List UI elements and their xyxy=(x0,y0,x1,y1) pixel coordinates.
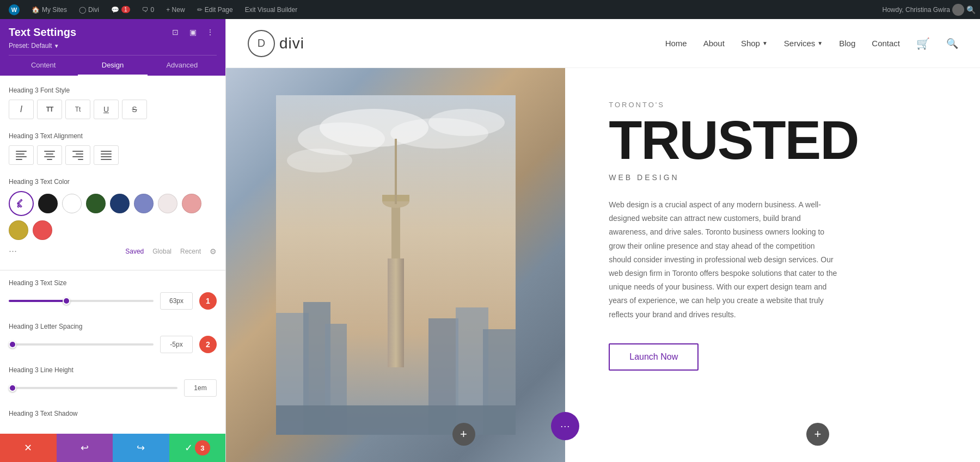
tab-advanced[interactable]: Advanced xyxy=(148,56,217,76)
color-swatch-white[interactable] xyxy=(62,194,82,213)
site-logo[interactable]: D divi xyxy=(248,30,304,57)
preset-row[interactable]: Preset: Default ▼ xyxy=(9,42,217,50)
hero-section: TORONTO'S TRUSTED WEB DESIGN Web design … xyxy=(226,68,980,462)
color-settings-icon[interactable]: ⚙ xyxy=(210,247,217,256)
nav-home[interactable]: Home xyxy=(665,39,687,48)
underline-btn[interactable]: U xyxy=(94,100,119,119)
nav-contact[interactable]: Contact xyxy=(872,39,900,48)
line-height-slider[interactable] xyxy=(9,387,177,389)
my-sites-btn[interactable]: 🏠 My Sites xyxy=(27,0,71,19)
text-size-label: Heading 3 Text Size xyxy=(9,279,217,287)
wp-logo-btn[interactable]: W xyxy=(4,0,24,19)
color-swatch-darkgreen[interactable] xyxy=(86,194,106,213)
color-swatch-pink[interactable] xyxy=(182,194,201,213)
logo-circle-icon: D xyxy=(248,30,275,57)
color-more-btn[interactable]: ··· xyxy=(9,245,17,257)
floating-dots-button[interactable]: ··· xyxy=(551,412,579,440)
italic-btn[interactable]: I xyxy=(9,100,34,119)
tab-content[interactable]: Content xyxy=(9,56,78,76)
redo-btn[interactable]: ↪ xyxy=(113,434,169,462)
capitalize-btn[interactable]: Tt xyxy=(65,100,90,119)
svg-rect-18 xyxy=(276,405,516,435)
align-left-btn[interactable] xyxy=(9,145,34,165)
sidebar-title-icons: ⊡ ▣ ⋮ xyxy=(169,26,217,39)
nav-shop[interactable]: Shop ▼ xyxy=(741,39,768,48)
line-height-thumb xyxy=(9,384,16,392)
undo-icon: ↩ xyxy=(81,442,89,454)
comment-icon: 💬 xyxy=(111,6,119,14)
color-swatch-gold[interactable] xyxy=(9,220,28,240)
comment2-icon: 🗨 xyxy=(142,6,149,14)
letter-spacing-group: Heading 3 Letter Spacing -5px 2 xyxy=(9,323,217,353)
color-swatch-red[interactable] xyxy=(33,220,52,240)
step-2-badge: 2 xyxy=(199,336,217,353)
divi-btn[interactable]: ◯ Divi xyxy=(75,0,103,19)
letter-spacing-slider[interactable] xyxy=(9,343,154,346)
home-icon: 🏠 xyxy=(32,6,40,14)
nav-services[interactable]: Services ▼ xyxy=(784,39,823,48)
comment2-btn[interactable]: 🗨 0 xyxy=(138,0,159,19)
eyedropper-btn[interactable] xyxy=(9,191,34,216)
launch-now-button[interactable]: Launch Now xyxy=(609,343,699,371)
plus-left-icon: + xyxy=(460,427,467,441)
line-height-label: Heading 3 Line Height xyxy=(9,366,217,374)
divi-icon: ◯ xyxy=(79,6,86,14)
sidebar-content: Heading 3 Font Style I TT Tt U S Heading… xyxy=(0,76,225,434)
floating-plus-right-button[interactable]: + xyxy=(806,423,829,446)
text-color-label: Heading 3 Text Color xyxy=(9,178,217,186)
color-swatch-lavender[interactable] xyxy=(134,194,154,213)
search-icon[interactable]: 🔍 xyxy=(946,38,958,50)
color-swatch-pink-light[interactable] xyxy=(158,194,177,213)
save-badge: 3 xyxy=(195,440,210,455)
svg-point-6 xyxy=(287,149,352,173)
comment-btn[interactable]: 💬 1 xyxy=(107,0,134,19)
color-swatch-black[interactable] xyxy=(38,194,58,213)
text-size-slider[interactable] xyxy=(9,300,154,302)
align-right-btn[interactable] xyxy=(65,145,90,165)
hero-title: TRUSTED xyxy=(609,115,947,164)
save-icon: ✓ xyxy=(185,442,193,454)
align-right-icon xyxy=(72,151,83,160)
strikethrough-btn[interactable]: S xyxy=(122,100,147,119)
align-justify-btn[interactable] xyxy=(94,145,119,165)
sidebar-title: Text Settings xyxy=(9,26,76,39)
more-options-icon[interactable]: ⋮ xyxy=(204,26,217,39)
color-picker-row xyxy=(9,191,217,240)
tab-design[interactable]: Design xyxy=(78,56,147,76)
split-view-icon[interactable]: ▣ xyxy=(186,26,199,39)
font-style-buttons: I TT Tt U S xyxy=(9,100,217,119)
text-size-slider-row: 63px 1 xyxy=(9,292,217,310)
sidebar-bottom-bar: ✕ ↩ ↪ ✓ 3 xyxy=(0,434,225,462)
text-size-group: Heading 3 Text Size 63px 1 xyxy=(9,279,217,310)
align-center-btn[interactable] xyxy=(37,145,62,165)
all-caps-btn[interactable]: TT xyxy=(37,100,62,119)
content-area: D divi Home About Shop ▼ Services ▼ Blog… xyxy=(226,19,980,462)
preset-arrow-icon: ▼ xyxy=(54,43,59,49)
line-height-slider-row: 1em xyxy=(9,379,217,397)
align-justify-icon xyxy=(101,151,112,160)
text-size-value[interactable]: 63px xyxy=(160,292,193,310)
line-height-value[interactable]: 1em xyxy=(184,379,217,397)
svg-rect-7 xyxy=(388,258,404,367)
exit-builder-btn[interactable]: Exit Visual Builder xyxy=(241,0,302,19)
nav-about[interactable]: About xyxy=(703,39,725,48)
floating-plus-left-button[interactable]: + xyxy=(452,423,475,446)
city-skyline-svg xyxy=(276,95,516,435)
admin-bar: W 🏠 My Sites ◯ Divi 💬 1 🗨 0 + New ✏ Edit… xyxy=(0,0,980,19)
color-swatch-navy[interactable] xyxy=(110,194,130,213)
saved-colors-tab[interactable]: Saved xyxy=(125,248,144,255)
save-btn[interactable]: ✓ 3 xyxy=(169,434,226,462)
global-colors-tab[interactable]: Global xyxy=(152,248,171,255)
letter-spacing-value[interactable]: -5px xyxy=(160,336,193,353)
recent-colors-tab[interactable]: Recent xyxy=(180,248,201,255)
cancel-btn[interactable]: ✕ xyxy=(0,434,57,462)
wp-logo-icon: W xyxy=(9,4,20,15)
undo-btn[interactable]: ↩ xyxy=(57,434,113,462)
edit-page-btn[interactable]: ✏ Edit Page xyxy=(193,0,237,19)
user-avatar[interactable] xyxy=(952,4,964,16)
cart-icon[interactable]: 🛒 xyxy=(916,37,930,50)
fullscreen-icon[interactable]: ⊡ xyxy=(169,26,182,39)
new-btn[interactable]: + New xyxy=(162,0,189,19)
nav-blog[interactable]: Blog xyxy=(839,39,855,48)
svg-rect-11 xyxy=(395,139,397,204)
